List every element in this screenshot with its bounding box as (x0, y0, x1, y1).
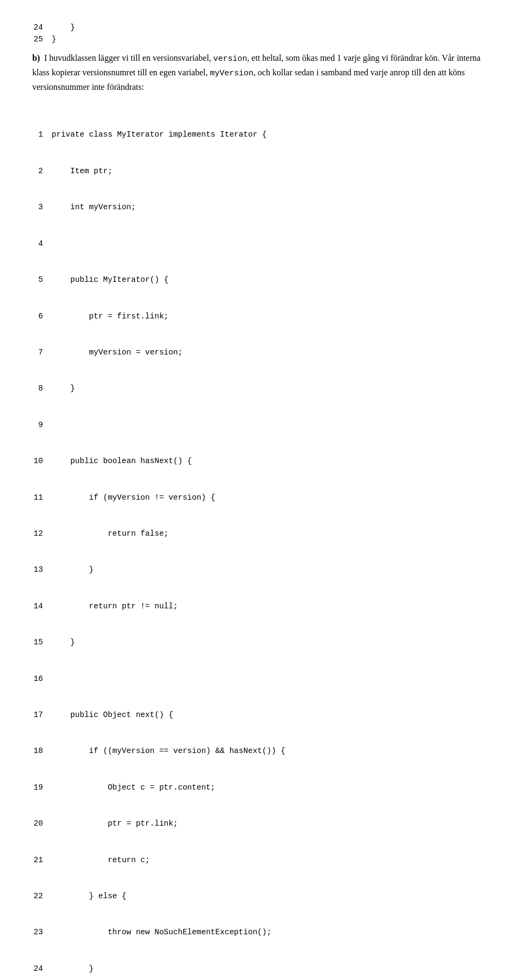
code-line-1: 1 private class MyIterator implements It… (32, 129, 484, 140)
line-num-22: 22 (32, 890, 52, 902)
code-line-22: 22 } else { (32, 890, 484, 902)
line-num-6: 6 (32, 310, 52, 322)
line-num-17: 17 (32, 709, 52, 721)
line-code-3: int myVersion; (52, 201, 136, 213)
line-code-14: return ptr != null; (52, 600, 178, 612)
code-line-15: 15 } (32, 636, 484, 648)
line-number: 25 (32, 33, 52, 45)
line-num-7: 7 (32, 346, 52, 358)
line-num-10: 10 (32, 455, 52, 467)
line-num-19: 19 (32, 782, 52, 793)
page-content: 24 } 25 } b) I huvudklassen lägger vi ti… (32, 22, 484, 980)
code-line-23: 23 throw new NoSuchElementException(); (32, 926, 484, 938)
code-line-20: 20 ptr = ptr.link; (32, 818, 484, 829)
line-code-18: if ((myVersion == version) && hasNext())… (52, 745, 285, 757)
code-line-10: 10 public boolean hasNext() { (32, 455, 484, 467)
line-code-7: myVersion = version; (52, 346, 183, 358)
line-code-11: if (myVersion != version) { (52, 492, 216, 503)
line-code: } (52, 33, 56, 45)
line-num-18: 18 (32, 745, 52, 757)
section-b-intro: b) I huvudklassen lägger vi till en vers… (32, 51, 484, 94)
line-code-17: public Object next() { (52, 709, 173, 721)
code-line-4: 4 (32, 238, 484, 250)
line-number: 24 (32, 22, 52, 33)
code-line-13: 13 } (32, 564, 484, 576)
code-line-8: 8 } (32, 382, 484, 394)
version-code: version (213, 54, 247, 63)
code-line-18: 18 if ((myVersion == version) && hasNext… (32, 745, 484, 757)
line-num-14: 14 (32, 600, 52, 612)
top-line-25: 25 } (32, 33, 484, 45)
code-line-2: 2 Item ptr; (32, 165, 484, 177)
code-line-5: 5 public MyIterator() { (32, 274, 484, 286)
code-line-9: 9 (32, 419, 484, 431)
line-num-4: 4 (32, 238, 52, 250)
line-num-13: 13 (32, 564, 52, 576)
line-code-8: } (52, 382, 75, 394)
line-code-13: } (52, 564, 94, 576)
line-code-15: } (52, 636, 75, 648)
line-code-23: throw new NoSuchElementException(); (52, 926, 271, 938)
line-num-24: 24 (32, 963, 52, 975)
line-code-22: } else { (52, 890, 126, 902)
line-code-2: Item ptr; (52, 165, 112, 177)
code-line-11: 11 if (myVersion != version) { (32, 492, 484, 503)
code-block: 1 private class MyIterator implements It… (32, 105, 484, 980)
line-code-1: private class MyIterator implements Iter… (52, 129, 267, 140)
line-code-12: return false; (52, 528, 169, 539)
line-code-6: ptr = first.link; (52, 310, 169, 322)
code-line-21: 21 return c; (32, 854, 484, 866)
line-code-5: public MyIterator() { (52, 274, 169, 286)
line-code-10: public boolean hasNext() { (52, 455, 192, 467)
line-num-2: 2 (32, 165, 52, 177)
line-num-23: 23 (32, 926, 52, 938)
line-num-21: 21 (32, 854, 52, 866)
code-line-7: 7 myVersion = version; (32, 346, 484, 358)
code-line-3: 3 int myVersion; (32, 201, 484, 213)
line-code-20: ptr = ptr.link; (52, 818, 178, 829)
line-num-11: 11 (32, 492, 52, 503)
line-code: } (52, 22, 75, 33)
code-line-19: 19 Object c = ptr.content; (32, 782, 484, 793)
line-num-9: 9 (32, 419, 52, 431)
section-label: b) (32, 53, 40, 62)
myversion-code: myVersion (210, 69, 254, 78)
line-num-12: 12 (32, 528, 52, 539)
code-line-12: 12 return false; (32, 528, 484, 539)
code-line-14: 14 return ptr != null; (32, 600, 484, 612)
line-code-19: Object c = ptr.content; (52, 782, 216, 793)
line-num-8: 8 (32, 382, 52, 394)
line-num-15: 15 (32, 636, 52, 648)
code-line-24: 24 } (32, 963, 484, 975)
top-lines: 24 } 25 } (32, 22, 484, 46)
line-code-21: return c; (52, 854, 150, 866)
line-num-16: 16 (32, 673, 52, 685)
code-line-16: 16 (32, 673, 484, 685)
line-num-3: 3 (32, 201, 52, 213)
line-num-5: 5 (32, 274, 52, 286)
line-code-24: } (52, 963, 94, 975)
line-num-1: 1 (32, 129, 52, 140)
code-line-17: 17 public Object next() { (32, 709, 484, 721)
top-line-24: 24 } (32, 22, 484, 33)
code-line-6: 6 ptr = first.link; (32, 310, 484, 322)
line-num-20: 20 (32, 818, 52, 829)
